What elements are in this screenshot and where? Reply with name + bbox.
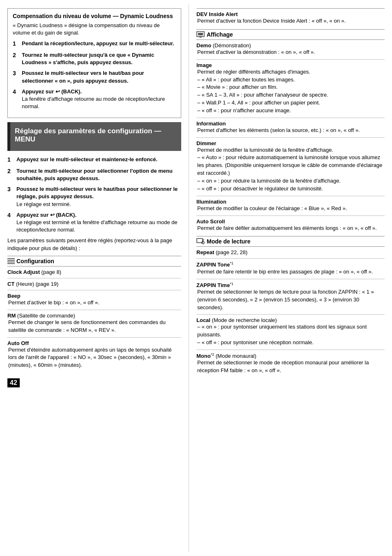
config-item-demo: Demo (Démonstration) Permet d'activer la… bbox=[196, 42, 385, 56]
menu-step-3-bold: Poussez le multi-sélecteur vers le haut/… bbox=[16, 186, 178, 199]
divider-4 bbox=[7, 337, 181, 338]
illumination-title: Illumination bbox=[196, 199, 226, 205]
config-item-illumination: Illumination Permet de modifier la coule… bbox=[196, 199, 385, 213]
menu-step-num-2: 2 bbox=[7, 167, 16, 182]
right-column: DEV Inside Alert Permet d'activer la fon… bbox=[189, 4, 392, 552]
menu-step-num-4: 4 bbox=[7, 211, 16, 234]
configuration-header: Configuration bbox=[7, 256, 181, 266]
mode-lecture-header-title: Mode de lecture bbox=[207, 238, 251, 245]
mode-lecture-icon bbox=[196, 238, 205, 245]
divider-3 bbox=[7, 310, 181, 310]
affichage-header-title: Affichage bbox=[207, 31, 233, 38]
svg-rect-2 bbox=[199, 37, 202, 37]
mode-lecture-header: Mode de lecture bbox=[196, 236, 385, 247]
affichage-icon bbox=[196, 31, 205, 38]
menu-step-4-bold: Appuyez sur ↩ (BACK). bbox=[16, 212, 76, 218]
step-4: 4 Appuyez sur ↩ (BACK). La fenêtre d'aff… bbox=[13, 88, 176, 111]
demo-suffix: (Démonstration) bbox=[211, 42, 251, 49]
beep-title: Beep bbox=[7, 293, 21, 299]
config-item-repeat: Repeat (page 22, 28) bbox=[196, 249, 385, 255]
config-item-autoscroll: Auto Scroll Permet de faire défiler auto… bbox=[196, 218, 385, 232]
divider-zappin-time bbox=[196, 314, 385, 315]
divider-1 bbox=[7, 278, 181, 278]
config-icon bbox=[7, 258, 15, 264]
menu-step-3: 3 Poussez le multi-sélecteur vers le hau… bbox=[7, 185, 181, 208]
config-header-title: Configuration bbox=[16, 258, 54, 264]
config-item-ct: CT (Heure) (page 19) bbox=[7, 281, 181, 287]
left-column: Compensation du niveau de volume — Dynam… bbox=[0, 4, 189, 552]
config-item-autooff: Auto Off Permet d'éteindre automatiqueme… bbox=[7, 340, 181, 370]
rm-suffix: (Satellite de commande) bbox=[16, 313, 75, 319]
divider-illumination bbox=[196, 215, 385, 216]
local-suffix: (Mode de recherche locale) bbox=[210, 317, 277, 323]
divider-repeat bbox=[196, 258, 385, 259]
page: Compensation du niveau de volume — Dynam… bbox=[0, 0, 392, 556]
config-item-zappin-time: ZAPPIN Time*1 Permet de sélectionner le … bbox=[196, 282, 385, 312]
menu-step-num-3: 3 bbox=[7, 185, 16, 208]
menu-step-4: 4 Appuyez sur ↩ (BACK). Le réglage est t… bbox=[7, 211, 181, 234]
page-number: 42 bbox=[7, 378, 20, 387]
config-item-zappin-tone: ZAPPIN Tone*1 Permet de faire retentir l… bbox=[196, 261, 385, 276]
autooff-desc: Permet d'éteindre automatiquement après … bbox=[7, 346, 181, 370]
zappin-tone-sup: *1 bbox=[230, 261, 233, 265]
zappin-time-desc: Permet de sélectionner le temps de lectu… bbox=[196, 288, 385, 312]
rm-title: RM bbox=[7, 313, 16, 319]
local-desc: – « on » : pour syntoniser uniquement le… bbox=[196, 323, 385, 347]
divider-local bbox=[196, 350, 385, 350]
divider-2 bbox=[7, 290, 181, 290]
menu-step-1: 1 Appuyez sur le multi-sélecteur et main… bbox=[7, 156, 181, 164]
divider-demo bbox=[196, 59, 385, 60]
menu-step-3-sub: Le réglage est terminé. bbox=[16, 201, 71, 207]
mono-extra: (Mode monaural) bbox=[214, 353, 256, 359]
menu-step-4-sub: Le réglage est terminé et la fenêtre d'a… bbox=[16, 219, 178, 233]
menu-step-2-bold: Tournez le multi-sélecteur pour sélectio… bbox=[16, 168, 173, 181]
clock-adjust-suffix: (page 8) bbox=[40, 269, 61, 275]
step-1-bold: Pendant la réception/lecture, appuyez su… bbox=[22, 40, 174, 46]
zappin-tone-desc: Permet de faire retentir le bip entre le… bbox=[196, 268, 385, 276]
config-item-mono: Mono*2 (Mode monaural) Permet de sélecti… bbox=[196, 352, 385, 375]
dynamic-loudness-title: Compensation du niveau de volume — Dynam… bbox=[13, 13, 176, 19]
dev-alert-title: DEV Inside Alert bbox=[196, 11, 238, 17]
menu-highlight-box: Réglage des paramètres de configuration … bbox=[7, 122, 181, 151]
dev-alert-desc: Permet d'activer la fonction Device Insi… bbox=[196, 17, 385, 25]
step-num-4: 4 bbox=[13, 88, 22, 111]
zappin-time-title: ZAPPIN Time bbox=[196, 282, 230, 288]
mono-sup: *2 bbox=[211, 352, 214, 357]
step-num-2: 2 bbox=[13, 51, 22, 66]
zappin-time-sup: *1 bbox=[230, 282, 233, 286]
config-item-beep: Beep Permet d'activer le bip : « on », «… bbox=[7, 293, 181, 307]
divider-dimmer bbox=[196, 196, 385, 196]
dynamic-loudness-intro: « Dynamic Loudness » désigne la compensa… bbox=[13, 22, 176, 37]
mono-title: Mono bbox=[196, 353, 211, 359]
zappin-tone-title: ZAPPIN Tone bbox=[196, 262, 230, 268]
clock-adjust-title: Clock Adjust bbox=[7, 269, 40, 275]
config-item-local: Local (Mode de recherche locale) – « on … bbox=[196, 317, 385, 347]
divider-zappin-tone bbox=[196, 279, 385, 279]
autoscroll-title: Auto Scroll bbox=[196, 218, 225, 225]
menu-title: Réglage des paramètres de configuration … bbox=[15, 127, 175, 144]
dimmer-title: Dimmer bbox=[196, 140, 216, 146]
dynamic-loudness-steps: 1 Pendant la réception/lecture, appuyez … bbox=[13, 40, 176, 110]
step-4-bold: Appuyez sur ↩ (BACK). bbox=[22, 88, 82, 95]
step-2: 2 Tournez le multi-sélecteur jusqu'à ce … bbox=[13, 51, 176, 66]
config-item-clockadjust: Clock Adjust (page 8) bbox=[7, 269, 181, 275]
demo-title: Demo bbox=[196, 42, 211, 49]
step-2-bold: Tournez le multi-sélecteur jusqu'à ce qu… bbox=[22, 52, 154, 65]
dynamic-loudness-section: Compensation du niveau de volume — Dynam… bbox=[7, 8, 181, 118]
step-1: 1 Pendant la réception/lecture, appuyez … bbox=[13, 40, 176, 48]
config-item-image: Image Permet de régler différents affich… bbox=[196, 62, 385, 115]
step-3: 3 Poussez le multi-sélecteur vers le hau… bbox=[13, 70, 176, 84]
image-title: Image bbox=[196, 62, 212, 68]
ct-suffix: (Heure) (page 19) bbox=[14, 281, 58, 287]
step-num-1: 1 bbox=[13, 40, 22, 48]
left-accent-bar bbox=[7, 122, 10, 151]
image-desc: Permet de régler différents affichages d… bbox=[196, 68, 385, 115]
demo-desc: Permet d'activer la démonstration : « on… bbox=[196, 49, 385, 56]
menu-steps: 1 Appuyez sur le multi-sélecteur et main… bbox=[7, 156, 181, 234]
menu-step-num-1: 1 bbox=[7, 156, 16, 164]
rm-desc: Permet de changer le sens de fonctionnem… bbox=[7, 319, 181, 334]
step-3-bold: Poussez le multi-sélecteur vers le haut/… bbox=[22, 70, 144, 83]
dimmer-desc: Permet de modifier la luminosité de la f… bbox=[196, 146, 385, 193]
illumination-desc: Permet de modifier la couleur de l'éclai… bbox=[196, 205, 385, 213]
config-item-dimmer: Dimmer Permet de modifier la luminosité … bbox=[196, 140, 385, 193]
